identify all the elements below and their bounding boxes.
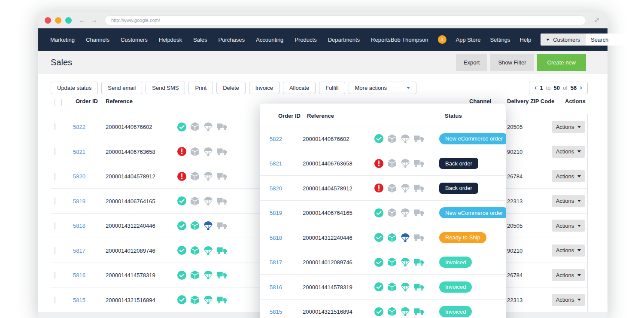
row-checkbox[interactable] [55,272,55,279]
chevron-down-icon [546,39,550,41]
col-reference: Reference [106,98,133,104]
alert-circle-icon [177,147,187,156]
row-checkbox[interactable] [55,123,55,131]
select-all-checkbox[interactable] [55,99,62,106]
invoice-button[interactable]: Invoice [249,82,279,94]
order-id-link[interactable]: 5818 [73,223,85,229]
order-id-link[interactable]: 5820 [270,185,282,191]
order-id-link[interactable]: 5816 [73,272,85,278]
row-actions-dropdown[interactable]: Actions [552,146,585,158]
nav-item-marketing[interactable]: Marketing [50,37,75,43]
url-bar[interactable]: http://www.google.com/ [105,15,586,25]
row-checkbox[interactable] [55,296,55,303]
send-email-button[interactable]: Send email [101,82,142,94]
col-order-id: Order ID [278,113,301,119]
close-window-icon[interactable] [45,17,51,24]
update-status-button[interactable]: Update status [51,82,98,94]
row-actions-dropdown[interactable]: Actions [552,195,585,207]
send-sms-button[interactable]: Send SMS [146,82,185,94]
show-filter-button[interactable]: Show Filter [490,54,534,71]
main-menu: MarketingChannelsCustomersHelpdeskSalesP… [50,37,391,43]
row-actions-dropdown[interactable]: Actions [552,245,585,257]
order-id-link[interactable]: 5817 [270,259,282,266]
order-id-link[interactable]: 5816 [270,284,282,290]
row-actions-dropdown[interactable]: Actions [552,294,585,306]
nav-item-purchases[interactable]: Purchases [219,37,245,43]
row-checkbox[interactable] [55,148,55,155]
parachute-icon [400,232,410,243]
user-menu[interactable]: Bob Thompson [391,37,428,43]
nav-item-accounting[interactable]: Accounting [256,37,283,43]
status-badge: Ready to Ship [439,232,486,243]
row-checkbox[interactable] [55,247,55,254]
chevron-down-icon [577,200,581,202]
row-actions-dropdown[interactable]: Actions [552,269,585,281]
row-checkbox[interactable] [55,173,55,180]
nav-item-customers[interactable]: Customers [121,37,148,43]
check-circle-icon [374,257,384,267]
row-checkbox[interactable] [55,222,55,229]
browser-forward-icon[interactable]: → [91,16,98,24]
order-status-icons [374,134,425,144]
nav-link-settings[interactable]: Settings [490,37,510,43]
reference-text: 2000014012089746 [303,259,352,266]
order-id-link[interactable]: 5822 [73,124,85,130]
row-actions-dropdown[interactable]: Actions [552,121,585,133]
row-actions-dropdown[interactable]: Actions [552,220,585,232]
fulfill-button[interactable]: Fulfill [319,82,345,94]
create-new-button[interactable]: Create new [537,54,586,71]
col-status: Status [445,113,462,119]
allocate-button[interactable]: Allocate [283,82,316,94]
nav-item-reports[interactable]: Reports [371,37,391,43]
scrollbar-track[interactable] [587,114,588,312]
order-id-link[interactable]: 5819 [270,210,282,216]
status-badge: Back order [439,183,478,194]
delete-button[interactable]: Delete [216,82,246,94]
page-prev-icon[interactable]: ‹ [535,84,537,91]
maximize-window-icon[interactable] [65,17,72,24]
order-status-icons [177,171,228,181]
order-id-link[interactable]: 5821 [270,160,282,167]
order-status-icons [177,295,228,305]
nav-item-channels[interactable]: Channels [86,37,109,43]
search-placeholder: Search [591,37,608,43]
order-id-link[interactable]: 5820 [73,173,85,180]
notification-badge[interactable]: 3 [438,35,447,44]
row-checkbox[interactable] [55,197,55,205]
nav-link-app-store[interactable]: App Store [456,37,481,43]
more-actions-dropdown[interactable]: More actions [349,82,416,94]
nav-link-help[interactable]: Help [519,37,531,43]
order-status-icons [177,147,228,157]
reference-text: 2000014406763658 [303,160,352,167]
cube-icon [190,171,200,181]
parachute-icon [203,270,213,280]
nav-item-sales[interactable]: Sales [193,37,207,43]
search-input[interactable]: Search [586,34,644,46]
order-id-link[interactable]: 5821 [73,148,85,155]
page-next-icon[interactable]: › [580,84,582,91]
truck-icon [413,282,425,292]
order-id-link[interactable]: 5815 [73,297,85,303]
cube-icon [190,196,200,206]
nav-item-products[interactable]: Products [295,37,316,43]
nav-item-helpdesk[interactable]: Helpdesk [159,37,182,43]
nav-item-departments[interactable]: Departments [328,37,360,43]
order-id-link[interactable]: 5822 [270,135,282,142]
cube-icon [387,183,397,193]
order-id-link[interactable]: 5819 [73,198,85,204]
col-zip: Delivery ZIP Code [507,98,554,104]
resize-diagonal-icon[interactable] [593,16,601,24]
check-circle-icon [374,282,384,292]
chevron-down-icon [577,126,581,128]
cube-icon [190,220,200,231]
row-actions-dropdown[interactable]: Actions [552,170,585,182]
order-id-link[interactable]: 5817 [73,247,85,254]
browser-back-icon[interactable]: ← [79,16,85,24]
search-category-dropdown[interactable]: Customers [541,34,586,46]
order-id-link[interactable]: 5818 [270,234,282,241]
minimize-window-icon[interactable] [55,17,61,24]
order-id-link[interactable]: 5815 [270,309,282,315]
parachute-icon [400,183,410,193]
export-button[interactable]: Export [456,54,488,71]
print-button[interactable]: Print [188,82,213,94]
